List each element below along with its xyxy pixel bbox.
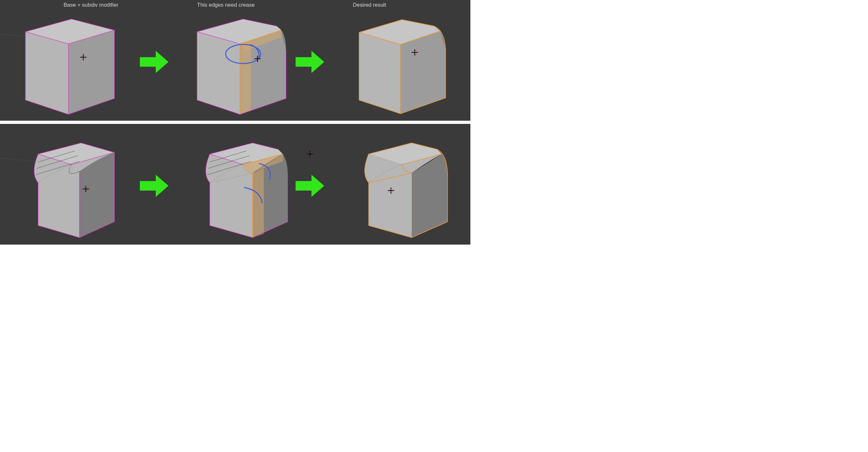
3d-cursor-icon <box>388 187 394 194</box>
3d-cursor-icon <box>412 49 418 56</box>
cell-3-result-bevel <box>331 124 467 245</box>
cube-bevel-result <box>346 137 455 241</box>
cube-bevel-base <box>16 137 124 241</box>
3d-cursor-icon <box>83 186 89 192</box>
cell-2-crease <box>172 0 308 121</box>
svg-marker-8 <box>68 30 115 115</box>
arrow-right-icon <box>296 175 324 197</box>
arrow-right-icon <box>296 51 324 73</box>
3d-cursor-icon <box>254 56 260 62</box>
row-1: Base + subdiv modifier This edges need c… <box>0 0 470 121</box>
diagram-root: Base + subdiv modifier This edges need c… <box>0 0 470 245</box>
arrow-right-icon <box>140 51 168 73</box>
row-divider <box>0 121 470 124</box>
cube-result <box>346 13 455 118</box>
svg-marker-22 <box>140 175 168 197</box>
svg-marker-15 <box>359 32 400 114</box>
svg-marker-13 <box>296 51 324 73</box>
cell-1-base <box>0 0 137 121</box>
cell-1-base-bevel <box>0 124 137 245</box>
cell-3-result <box>331 0 467 121</box>
svg-marker-9 <box>140 51 168 73</box>
cube-crease-highlight <box>188 13 296 118</box>
row-2 <box>0 124 470 245</box>
cube-bevel-crease <box>188 137 296 241</box>
3d-cursor-icon <box>307 151 313 157</box>
cell-2-crease-bevel <box>172 124 308 245</box>
3d-cursor-icon <box>80 54 87 60</box>
cube-base <box>16 13 124 118</box>
svg-marker-24 <box>296 175 324 197</box>
arrow-right-icon <box>140 175 168 197</box>
